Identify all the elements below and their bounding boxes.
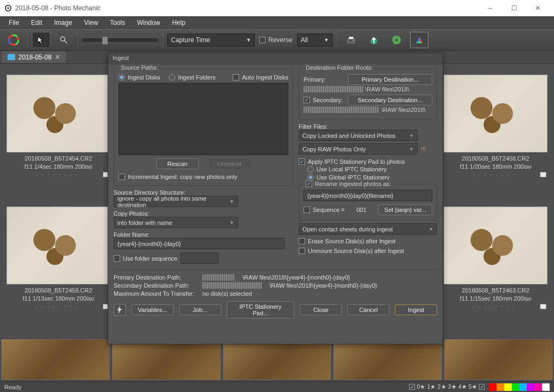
thumbnail-image[interactable] bbox=[444, 207, 548, 284]
secondary-path: \RAW files\2018\ bbox=[304, 107, 432, 113]
tab-close-icon[interactable]: ✕ bbox=[55, 53, 61, 61]
thumbnail-caption: 20180508_B5T2454.CR2f11 1/4sec 180mm 200… bbox=[6, 155, 110, 171]
menu-window[interactable]: Window bbox=[131, 17, 166, 28]
svg-point-1 bbox=[7, 7, 9, 9]
menu-view[interactable]: View bbox=[78, 17, 103, 28]
rating-filter[interactable]: 0★ 1★ 2★ 3★ 4★ 5★ bbox=[409, 383, 485, 390]
rename-checkbox[interactable]: Rename Ingested photos as: bbox=[306, 181, 391, 187]
sort-dropdown[interactable]: Capture Time▼ bbox=[167, 34, 255, 46]
maximize-button[interactable]: ☐ bbox=[502, 0, 526, 16]
menu-image[interactable]: Image bbox=[49, 17, 77, 28]
dest-legend: Destination Folder Roots: bbox=[304, 64, 375, 71]
cancel-button[interactable]: Cancel bbox=[347, 304, 390, 315]
color-swatch[interactable] bbox=[504, 383, 512, 391]
reverse-checkbox[interactable]: Reverse bbox=[259, 36, 293, 44]
filmstrip[interactable] bbox=[0, 338, 554, 381]
folder-sequence-checkbox[interactable]: Use folder sequence bbox=[114, 255, 177, 262]
color-swatch[interactable] bbox=[535, 383, 542, 391]
color-filter[interactable] bbox=[489, 383, 550, 391]
folder-tab[interactable]: 2018-05-08 ✕ bbox=[2, 51, 66, 63]
secondary-checkbox[interactable]: Secondary: bbox=[304, 97, 342, 103]
folder-icon bbox=[8, 54, 15, 60]
upload-icon[interactable] bbox=[365, 32, 383, 48]
toolbar: Capture Time▼ Reverse All▼ bbox=[0, 29, 554, 51]
filter-raw-dropdown[interactable]: Copy RAW Photos Only▼ bbox=[299, 143, 418, 155]
iptc-pad-button[interactable]: IPTC Stationery Pad... bbox=[227, 301, 294, 318]
primary-path: \RAW files\2018\ bbox=[304, 86, 432, 92]
color-swatch[interactable] bbox=[519, 383, 527, 391]
rename-group: Rename Ingested photos as: Sequence = 00… bbox=[299, 184, 437, 220]
thumbnail-caption: 20180508_B5T2463.CR2f11 1/15sec 180mm 20… bbox=[444, 287, 548, 303]
zoom-tool[interactable] bbox=[55, 32, 73, 48]
secondary-destination-button[interactable]: Secondary Destination... bbox=[348, 95, 432, 105]
sequence-value: 001 bbox=[357, 207, 366, 213]
close-button[interactable]: Close bbox=[300, 304, 342, 315]
cursor-tool[interactable] bbox=[32, 32, 50, 48]
filter-dropdown[interactable]: All▼ bbox=[297, 34, 333, 46]
menu-help[interactable]: Help bbox=[167, 17, 191, 28]
statusbar: Ready 0★ 1★ 2★ 3★ 4★ 5★ bbox=[0, 381, 554, 392]
close-button[interactable]: ✕ bbox=[526, 0, 550, 16]
thumbnail-image[interactable] bbox=[6, 207, 110, 284]
thumbnail-image[interactable] bbox=[6, 75, 110, 152]
folder-name-input[interactable] bbox=[114, 238, 285, 249]
dir-structure-dropdown[interactable]: ignore - copy all photos into same desti… bbox=[114, 196, 238, 207]
primary-destination-button[interactable]: Primary Destination... bbox=[348, 74, 432, 85]
menu-tools[interactable]: Tools bbox=[104, 17, 130, 28]
filmstrip-thumb[interactable] bbox=[223, 339, 332, 380]
filmstrip-thumb[interactable] bbox=[444, 339, 553, 380]
thumbnail[interactable]: 20180508_B5T2458.CR2f11 1/20sec 180mm 20… bbox=[444, 75, 548, 178]
rename-pattern-input[interactable] bbox=[304, 190, 432, 201]
copy-photos-dropdown[interactable]: into folder with name▼ bbox=[114, 217, 238, 228]
menu-file[interactable]: File bbox=[3, 17, 24, 28]
apply-iptc-checkbox[interactable]: Apply IPTC Stationery Pad to photos bbox=[299, 158, 405, 165]
filmstrip-thumb[interactable] bbox=[112, 339, 221, 380]
dialog-footer: Primary Destination Path:\RAW files\2018… bbox=[114, 269, 437, 297]
incremental-ingest-checkbox[interactable]: Incremental Ingest: copy new photos only bbox=[118, 174, 237, 180]
unmount-button[interactable]: Unmount bbox=[208, 158, 250, 169]
color-swatch[interactable] bbox=[489, 383, 497, 391]
auto-ingest-disks-checkbox[interactable]: Auto Ingest Disks bbox=[233, 74, 288, 81]
filter-locked-dropdown[interactable]: Copy Locked and Unlocked Photos▼ bbox=[299, 130, 418, 141]
local-iptc-radio[interactable]: Use Local IPTC Stationery bbox=[307, 166, 387, 172]
thumb-size-slider[interactable] bbox=[82, 38, 158, 42]
folder-sequence-input[interactable] bbox=[181, 253, 219, 264]
set-seqn-button[interactable]: Set {seqn} var... bbox=[378, 204, 432, 215]
color-swatch[interactable] bbox=[527, 383, 535, 391]
svg-point-9 bbox=[353, 40, 354, 41]
rescan-button[interactable]: Rescan bbox=[156, 158, 199, 169]
menu-edit[interactable]: Edit bbox=[25, 17, 48, 28]
source-paths-group: Source Paths: Ingest Disks Ingest Folder… bbox=[114, 68, 293, 186]
ingest-button[interactable]: Ingest bbox=[395, 304, 437, 315]
destination-group: Destination Folder Roots: Primary: Prima… bbox=[299, 68, 437, 120]
thumbnail[interactable]: 20180508_B5T2459.CR2f11 1/13sec 180mm 20… bbox=[6, 207, 110, 310]
variables-button[interactable]: Variables... bbox=[131, 304, 174, 315]
color-swatch[interactable] bbox=[497, 383, 504, 391]
folder-name-label: Folder Name: bbox=[114, 231, 293, 238]
job-button[interactable]: Job... bbox=[179, 304, 221, 315]
disk-list[interactable] bbox=[118, 83, 288, 155]
titlebar: 2018-05-08 - Photo Mechanic ─ ☐ ✕ bbox=[0, 0, 554, 16]
ingest-disks-radio[interactable]: Ingest Disks bbox=[118, 74, 160, 81]
ingest-icon[interactable] bbox=[410, 32, 428, 48]
contact-sheets-dropdown[interactable]: Open contact sheets during ingest▼ bbox=[299, 223, 437, 235]
ingest-folders-radio[interactable]: Ingest Folders bbox=[169, 74, 216, 81]
sequence-checkbox[interactable]: Sequence = bbox=[304, 207, 345, 213]
thumbnail-image[interactable] bbox=[444, 75, 548, 152]
erase-disk-checkbox[interactable]: Erase Source Disk(s) after Ingest bbox=[299, 238, 437, 244]
flash-button[interactable] bbox=[114, 304, 126, 316]
filmstrip-thumb[interactable] bbox=[333, 339, 442, 380]
color-swatch[interactable] bbox=[542, 383, 550, 391]
color-swatch[interactable] bbox=[512, 383, 519, 391]
unmount-disk-checkbox[interactable]: Unmount Source Disk(s) after Ingest bbox=[299, 248, 437, 254]
thumbnail[interactable]: 20180508_B5T2463.CR2f11 1/15sec 180mm 20… bbox=[444, 207, 548, 310]
print-icon[interactable] bbox=[342, 32, 360, 48]
disc-icon[interactable] bbox=[387, 32, 406, 48]
menubar: File Edit Image View Tools Window Help bbox=[0, 16, 554, 29]
svg-point-12 bbox=[395, 39, 398, 41]
minimize-button[interactable]: ─ bbox=[478, 0, 502, 16]
thumbnail[interactable]: 20180508_B5T2454.CR2f11 1/4sec 180mm 200… bbox=[6, 75, 110, 178]
thumbnail-caption: 20180508_B5T2459.CR2f11 1/13sec 180mm 20… bbox=[6, 287, 110, 303]
filmstrip-thumb[interactable] bbox=[1, 339, 110, 380]
colorwheel-icon[interactable] bbox=[4, 32, 23, 48]
